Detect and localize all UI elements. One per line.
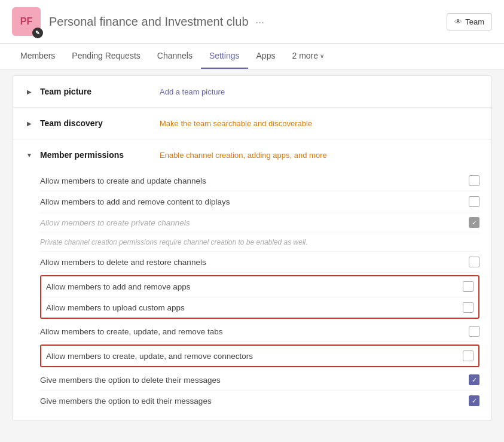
section-team-picture-header[interactable]: ▶ Team picture Add a team picture bbox=[13, 76, 491, 107]
permission-delete-messages: Give members the option to delete their … bbox=[40, 370, 479, 391]
section-team-discovery-title: Team discovery bbox=[40, 118, 160, 128]
checkbox-delete-messages[interactable] bbox=[469, 374, 479, 385]
permission-label: Give members the option to edit their me… bbox=[40, 397, 469, 406]
section-team-discovery-desc[interactable]: Make the team searchable and discoverabl… bbox=[160, 119, 312, 128]
section-team-discovery-header[interactable]: ▶ Team discovery Make the team searchabl… bbox=[13, 108, 491, 139]
permission-edit-messages: Give members the option to edit their me… bbox=[40, 391, 479, 411]
permission-label: Allow members to delete and restore chan… bbox=[40, 258, 469, 267]
section-member-permissions: ▼ Member permissions Enable channel crea… bbox=[13, 139, 491, 420]
team-view-button[interactable]: 👁 Team bbox=[447, 13, 492, 31]
tab-more-label: 2 more bbox=[292, 51, 318, 60]
avatar-edit-icon[interactable]: ✎ bbox=[32, 28, 43, 38]
chevron-down-icon: ▼ bbox=[25, 150, 34, 160]
team-name: Personal finance and Investment club ··· bbox=[49, 15, 447, 29]
app-header: PF ✎ Personal finance and Investment clu… bbox=[0, 0, 504, 44]
permission-create-update-channels: Allow members to create and update chann… bbox=[40, 170, 479, 191]
avatar-initials: PF bbox=[20, 16, 32, 27]
permission-delete-restore-channels: Allow members to delete and restore chan… bbox=[40, 252, 479, 273]
team-button-label: Team bbox=[465, 17, 484, 26]
member-permissions-body: Allow members to create and update chann… bbox=[13, 170, 491, 420]
permission-create-update-remove-tabs: Allow members to create, update, and rem… bbox=[40, 321, 479, 342]
section-team-picture-desc[interactable]: Add a team picture bbox=[160, 87, 225, 96]
tab-more[interactable]: 2 more ∨ bbox=[283, 44, 332, 69]
permission-add-remove-apps: Allow members to add and remove apps bbox=[41, 276, 478, 297]
permission-label: Allow members to add and remove content … bbox=[40, 197, 469, 206]
permission-label: Give members the option to delete their … bbox=[40, 376, 469, 385]
team-avatar: PF ✎ bbox=[12, 7, 41, 36]
checkbox-create-update-channels[interactable] bbox=[469, 175, 479, 186]
checkbox-create-private-channels[interactable] bbox=[469, 217, 479, 228]
section-member-permissions-title: Member permissions bbox=[40, 150, 160, 160]
permission-upload-custom-apps: Allow members to upload custom apps bbox=[41, 297, 478, 318]
nav-tabs: Members Pending Requests Channels Settin… bbox=[0, 44, 504, 69]
eye-icon: 👁 bbox=[454, 17, 462, 26]
checkbox-add-remove-content[interactable] bbox=[469, 196, 479, 207]
chevron-down-icon: ∨ bbox=[320, 53, 324, 59]
checkbox-upload-custom-apps[interactable] bbox=[463, 302, 474, 313]
permission-label: Allow members to create, update, and rem… bbox=[46, 352, 463, 361]
section-member-permissions-desc[interactable]: Enable channel creation, adding apps, an… bbox=[160, 151, 327, 160]
permission-label: Allow members to create private channels bbox=[40, 218, 469, 227]
highlighted-apps-group: Allow members to add and remove apps All… bbox=[40, 275, 479, 319]
tab-settings[interactable]: Settings bbox=[201, 44, 248, 69]
permission-label: Allow members to add and remove apps bbox=[46, 282, 463, 291]
highlighted-connectors-group: Allow members to create, update, and rem… bbox=[40, 345, 479, 367]
permission-connectors: Allow members to create, update, and rem… bbox=[41, 346, 478, 366]
chevron-right-icon: ▶ bbox=[25, 118, 34, 128]
section-member-permissions-header[interactable]: ▼ Member permissions Enable channel crea… bbox=[13, 139, 491, 170]
checkbox-connectors[interactable] bbox=[463, 350, 474, 361]
permission-label: Allow members to create, update, and rem… bbox=[40, 327, 469, 336]
permission-add-remove-content: Allow members to add and remove content … bbox=[40, 191, 479, 212]
checkbox-delete-restore-channels[interactable] bbox=[469, 257, 479, 267]
chevron-right-icon: ▶ bbox=[25, 87, 34, 96]
section-team-picture: ▶ Team picture Add a team picture bbox=[13, 76, 491, 108]
checkbox-edit-messages[interactable] bbox=[469, 395, 479, 406]
settings-panel: ▶ Team picture Add a team picture ▶ Team… bbox=[12, 75, 492, 421]
permission-label: Allow members to create and update chann… bbox=[40, 176, 469, 185]
permission-create-private-channels: Allow members to create private channels bbox=[40, 212, 479, 233]
permission-label: Allow members to upload custom apps bbox=[46, 303, 463, 312]
tab-members[interactable]: Members bbox=[12, 44, 63, 69]
section-team-picture-title: Team picture bbox=[40, 87, 160, 96]
permission-private-channel-note: Private channel creation permissions req… bbox=[40, 233, 479, 252]
section-team-discovery: ▶ Team discovery Make the team searchabl… bbox=[13, 108, 491, 139]
permission-note-label: Private channel creation permissions req… bbox=[40, 238, 479, 246]
tab-pending-requests[interactable]: Pending Requests bbox=[63, 44, 148, 69]
tab-apps[interactable]: Apps bbox=[248, 44, 284, 69]
main-content: ▶ Team picture Add a team picture ▶ Team… bbox=[0, 69, 504, 427]
checkbox-add-remove-apps[interactable] bbox=[463, 281, 474, 292]
checkbox-create-update-remove-tabs[interactable] bbox=[469, 326, 479, 337]
tab-channels[interactable]: Channels bbox=[149, 44, 201, 69]
